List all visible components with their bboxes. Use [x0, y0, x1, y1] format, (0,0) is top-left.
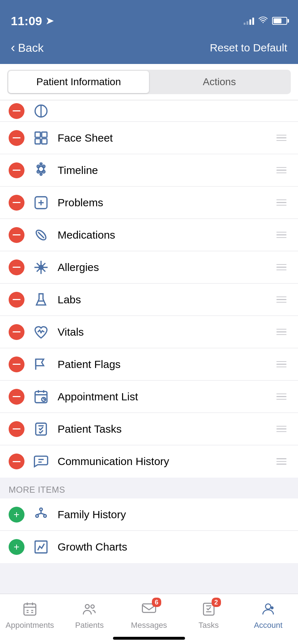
- drag-handle-communication-history[interactable]: [274, 455, 289, 468]
- list-item-patient-flags: Patient Flags: [0, 348, 298, 381]
- icon-appointments-tab: [21, 600, 39, 618]
- label-patients-tab: Patients: [75, 621, 104, 630]
- location-icon: ➤: [46, 15, 54, 27]
- list-item-patient-tasks: Patient Tasks: [0, 413, 298, 445]
- drag-handle-problems[interactable]: [274, 197, 289, 209]
- home-indicator: [113, 637, 185, 640]
- add-button-growth-charts[interactable]: +: [9, 539, 24, 555]
- tab-account[interactable]: Account: [238, 600, 298, 630]
- list-item-partial: [0, 100, 298, 122]
- tab-bar: Appointments Patients 6 Messages: [0, 594, 298, 644]
- drag-handle-face-sheet[interactable]: [274, 132, 289, 144]
- svg-rect-2: [35, 132, 41, 137]
- label-messages-tab: Messages: [131, 621, 167, 630]
- svg-point-56: [85, 604, 89, 608]
- label-allergies: Allergies: [58, 261, 266, 273]
- remove-button-partial[interactable]: [9, 103, 24, 119]
- list-item-labs: Labs: [0, 284, 298, 316]
- tab-patient-information[interactable]: Patient Information: [8, 71, 149, 93]
- more-items-header: MORE ITEMS: [0, 478, 298, 498]
- tab-patients[interactable]: Patients: [60, 600, 119, 630]
- list-item-vitals: Vitals: [0, 316, 298, 348]
- icon-patient-flags: [32, 355, 50, 374]
- drag-handle-patient-flags[interactable]: [274, 358, 289, 371]
- wifi-icon: [258, 16, 268, 26]
- remove-button-patient-tasks[interactable]: [9, 421, 24, 437]
- icon-labs: [32, 290, 50, 309]
- label-labs: Labs: [58, 294, 266, 306]
- remove-button-communication-history[interactable]: [9, 454, 24, 469]
- tab-actions[interactable]: Actions: [149, 71, 290, 93]
- drag-handle-allergies[interactable]: [274, 261, 289, 273]
- label-family-history: Family History: [58, 509, 289, 521]
- tab-appointments[interactable]: Appointments: [0, 600, 60, 630]
- label-patient-flags: Patient Flags: [58, 358, 266, 371]
- icon-tasks-tab: 2: [199, 600, 218, 618]
- label-patient-tasks: Patient Tasks: [58, 423, 266, 435]
- drag-handle-labs[interactable]: [274, 294, 289, 306]
- list-item-appointment-list: Appointment List: [0, 381, 298, 413]
- label-appointments-tab: Appointments: [6, 621, 54, 630]
- icon-account-tab: [259, 600, 277, 618]
- battery-icon: [272, 17, 287, 25]
- badge-tasks: 2: [212, 598, 221, 607]
- drag-handle-patient-tasks[interactable]: [274, 423, 289, 435]
- svg-line-46: [41, 513, 45, 515]
- label-timeline: Timeline: [58, 164, 266, 176]
- back-chevron-icon: ‹: [11, 41, 15, 54]
- remove-button-face-sheet[interactable]: [9, 130, 24, 146]
- more-items-list: + Family History +: [0, 498, 298, 563]
- tab-messages[interactable]: 6 Messages: [119, 600, 179, 630]
- icon-patients-tab: [80, 600, 99, 618]
- icon-face-sheet: [32, 129, 50, 147]
- icon-partial: [32, 102, 50, 120]
- icon-timeline: [32, 161, 50, 180]
- remove-button-appointment-list[interactable]: [9, 389, 24, 405]
- icon-appointment-list: [32, 387, 50, 406]
- drag-handle-timeline[interactable]: [274, 164, 289, 176]
- status-bar: 11:09 ➤: [0, 0, 298, 32]
- svg-point-57: [91, 605, 94, 608]
- svg-rect-3: [42, 132, 47, 137]
- icon-patient-tasks: [32, 420, 50, 438]
- back-label: Back: [18, 41, 44, 55]
- segment-control: Patient Information Actions: [0, 64, 298, 100]
- list-item-problems: Problems: [0, 187, 298, 219]
- list-item-face-sheet: Face Sheet: [0, 122, 298, 154]
- label-face-sheet: Face Sheet: [58, 132, 266, 144]
- list-item-communication-history: Communication History: [0, 445, 298, 478]
- label-account-tab: Account: [254, 621, 283, 630]
- label-problems: Problems: [58, 197, 266, 209]
- remove-button-labs[interactable]: [9, 292, 24, 308]
- list-item-medications: Medications: [0, 219, 298, 251]
- nav-bar: ‹ Back Reset to Default: [0, 32, 298, 64]
- add-button-family-history[interactable]: +: [9, 507, 24, 523]
- icon-allergies: [32, 258, 50, 277]
- svg-point-43: [44, 515, 46, 517]
- list-item-timeline: Timeline: [0, 154, 298, 187]
- icon-growth-charts: [32, 538, 50, 556]
- status-time: 11:09 ➤: [11, 14, 54, 28]
- drag-handle-medications[interactable]: [274, 229, 289, 241]
- icon-vitals: [32, 323, 50, 341]
- remove-button-vitals[interactable]: [9, 324, 24, 340]
- svg-point-16: [40, 162, 42, 165]
- badge-messages: 6: [152, 598, 161, 607]
- remove-button-allergies[interactable]: [9, 259, 24, 275]
- reset-button[interactable]: Reset to Default: [210, 42, 287, 54]
- svg-point-42: [36, 515, 38, 517]
- remove-button-problems[interactable]: [9, 195, 24, 211]
- svg-point-41: [40, 508, 42, 510]
- tab-tasks[interactable]: 2 Tasks: [179, 600, 239, 630]
- remove-button-timeline[interactable]: [9, 162, 24, 178]
- list-item-family-history: + Family History: [0, 498, 298, 531]
- list-item-allergies: Allergies: [0, 251, 298, 284]
- remove-button-medications[interactable]: [9, 227, 24, 243]
- label-tasks-tab: Tasks: [198, 621, 218, 630]
- remove-button-patient-flags[interactable]: [9, 356, 24, 372]
- svg-rect-5: [42, 138, 47, 144]
- back-button[interactable]: ‹ Back: [11, 41, 44, 55]
- svg-rect-48: [24, 604, 36, 615]
- drag-handle-appointment-list[interactable]: [274, 391, 289, 403]
- drag-handle-vitals[interactable]: [274, 326, 289, 338]
